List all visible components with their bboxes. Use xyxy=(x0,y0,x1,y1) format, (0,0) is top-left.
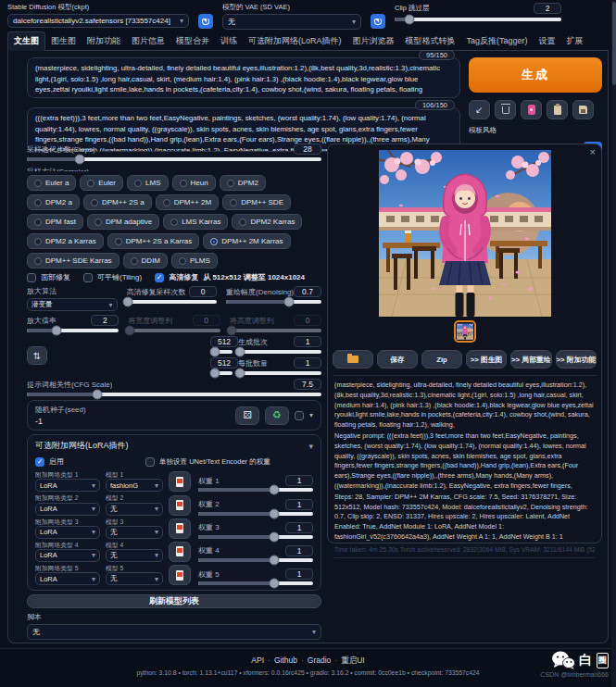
lora-weight-slider-3[interactable] xyxy=(198,535,313,539)
ckpt-dropdown[interactable]: dalceforealistictallyv2.safetensors [733… xyxy=(7,14,189,28)
lora-info-button-4[interactable] xyxy=(169,542,191,562)
height-value[interactable]: 512 xyxy=(210,357,238,368)
lora-type-dropdown-4[interactable]: LoRA▾ xyxy=(35,549,100,562)
sampler-option[interactable]: DPM2 a xyxy=(27,194,80,210)
hires-steps-slider[interactable] xyxy=(127,300,218,304)
lora-model-dropdown-3[interactable]: 无▾ xyxy=(106,526,163,539)
cfg-slider[interactable] xyxy=(27,393,321,396)
sampler-option[interactable]: Euler xyxy=(80,175,123,191)
upscale-by-value[interactable]: 2 xyxy=(91,315,119,326)
batch-count-value[interactable]: 1 xyxy=(294,336,321,347)
close-icon[interactable]: × xyxy=(590,146,596,157)
save-button[interactable]: 保存 xyxy=(377,350,418,368)
lora-type-dropdown-2[interactable]: LoRA▾ xyxy=(35,503,100,516)
send-to-img2img-button[interactable]: >> 图生图 xyxy=(466,350,507,368)
sampler-option-selected[interactable]: DPM++ 2M Karras xyxy=(203,233,290,249)
width-value[interactable]: 512 xyxy=(210,336,238,347)
generate-button[interactable]: 生成 xyxy=(469,57,602,93)
tab-extensions[interactable]: 扩展 xyxy=(561,32,589,50)
sampler-option[interactable]: DPM++ SDE xyxy=(222,194,291,210)
lora-weight-slider-5[interactable] xyxy=(198,581,313,585)
lora-model-dropdown-4[interactable]: 无▾ xyxy=(106,549,163,562)
batch-size-value[interactable]: 1 xyxy=(294,357,321,368)
lora-weight-value-3[interactable]: 1 xyxy=(285,522,313,533)
sampler-option[interactable]: DPM++ SDE Karras xyxy=(27,253,119,269)
upscaler-dropdown[interactable]: 潜变量▾ xyxy=(27,298,118,311)
ckpt-refresh-button[interactable] xyxy=(198,14,213,29)
lora-weight-value-4[interactable]: 1 xyxy=(285,545,313,556)
tiling-checkbox[interactable]: 可平铺(Tiling) xyxy=(83,272,142,282)
tab-extras[interactable]: 附加功能 xyxy=(82,32,126,50)
tab-txt2img[interactable]: 文生图 xyxy=(7,31,45,51)
sampler-option[interactable]: PLMS xyxy=(171,253,218,269)
upscale-by-slider[interactable] xyxy=(27,329,119,332)
extra-networks-button[interactable] xyxy=(521,100,542,119)
send-to-extras-button[interactable]: >> 附加功能 xyxy=(556,350,597,368)
paste-params-button[interactable]: ↙ xyxy=(469,100,490,119)
lora-info-button-2[interactable] xyxy=(169,495,191,516)
lora-weight-value-1[interactable]: 1 xyxy=(285,475,313,486)
send-to-inpaint-button[interactable]: >> 局部重绘 xyxy=(510,350,551,368)
lora-accordion-arrow[interactable]: ▾ xyxy=(308,442,313,451)
gallery-thumbnail[interactable] xyxy=(454,320,476,343)
sampler-option[interactable]: DPM++ 2S a xyxy=(83,194,152,210)
lora-info-button-3[interactable] xyxy=(169,518,191,539)
gradio-link[interactable]: Gradio xyxy=(308,656,332,665)
restore-faces-checkbox[interactable]: 面部修复 xyxy=(27,272,70,282)
sampler-option[interactable]: LMS xyxy=(127,175,168,191)
clear-prompt-button[interactable] xyxy=(495,100,516,119)
scrollbar[interactable] xyxy=(611,0,616,687)
zip-button[interactable]: Zip xyxy=(421,350,462,368)
clip-skip-slider[interactable] xyxy=(395,18,561,21)
lora-type-dropdown-5[interactable]: LoRA▾ xyxy=(35,572,100,585)
sampler-option[interactable]: DPM2 xyxy=(220,175,266,191)
extra-seed-checkbox[interactable] xyxy=(295,411,304,420)
github-link[interactable]: Github xyxy=(274,656,297,665)
refresh-models-button[interactable]: 刷新模型列表 xyxy=(27,594,321,608)
swap-dimensions-button[interactable]: ⇅ xyxy=(27,346,47,365)
width-slider[interactable] xyxy=(210,350,233,354)
lora-model-dropdown-2[interactable]: 无▾ xyxy=(106,503,163,516)
scrollbar-thumb[interactable] xyxy=(612,2,616,85)
batch-count-slider[interactable] xyxy=(238,350,321,354)
clip-skip-value[interactable]: 2 xyxy=(534,3,561,14)
lora-type-dropdown-1[interactable]: LoRA▾ xyxy=(35,479,100,492)
tab-image-browser[interactable]: 图片浏览器 xyxy=(347,32,400,50)
tab-model-converter[interactable]: 模型格式转换 xyxy=(400,32,461,50)
vae-dropdown[interactable]: 无▾ xyxy=(222,14,361,30)
lora-header[interactable]: 可选附加网络(LoRA插件) xyxy=(35,440,129,452)
sampler-option[interactable]: DDIM xyxy=(123,253,168,269)
reload-ui-link[interactable]: 重启UI xyxy=(341,656,365,665)
reuse-seed-button[interactable]: ♻ xyxy=(265,406,289,425)
lora-weight-value-5[interactable]: 1 xyxy=(285,568,313,580)
tab-img2img[interactable]: 图生图 xyxy=(45,32,82,50)
sampler-option[interactable]: Heun xyxy=(172,175,216,191)
lora-weight-value-2[interactable]: 1 xyxy=(285,499,313,510)
hires-fix-checkbox[interactable]: ✓高清修复从 512x512 调整至 1024x1024 xyxy=(155,272,305,282)
tab-settings[interactable]: 设置 xyxy=(534,32,561,50)
cfg-value[interactable]: 7.5 xyxy=(294,379,321,390)
tab-train[interactable]: 训练 xyxy=(215,32,243,50)
apply-style-button[interactable] xyxy=(547,100,568,119)
height-slider[interactable] xyxy=(210,371,233,375)
hires-steps-value[interactable]: 0 xyxy=(189,286,217,297)
vae-refresh-button[interactable] xyxy=(371,14,385,29)
lora-weight-slider-1[interactable] xyxy=(198,488,313,492)
sampler-option[interactable]: LMS Karras xyxy=(163,214,228,230)
sampler-option[interactable]: DPM++ 2M xyxy=(156,194,219,210)
tab-additional-networks[interactable]: 可选附加网络(LoRA插件) xyxy=(243,32,347,50)
sampler-option[interactable]: DPM2 a Karras xyxy=(27,233,104,249)
lora-info-button-1[interactable] xyxy=(169,471,191,492)
lora-enable-checkbox[interactable]: ✓启用 xyxy=(35,456,140,467)
steps-value[interactable]: 28 xyxy=(294,144,321,155)
steps-slider[interactable] xyxy=(27,157,321,161)
sampler-option[interactable]: DPM adaptive xyxy=(87,214,159,230)
save-style-button[interactable] xyxy=(572,100,594,119)
denoising-slider[interactable] xyxy=(226,300,321,304)
tab-tagger[interactable]: Tag反推(Tagger) xyxy=(461,32,534,50)
batch-size-slider[interactable] xyxy=(238,371,321,375)
sampler-option[interactable]: DPM fast xyxy=(27,214,83,230)
sampler-option[interactable]: DPM++ 2S a Karras xyxy=(107,233,200,249)
seed-accordion-arrow[interactable]: ▾ xyxy=(309,411,313,419)
lora-model-dropdown-5[interactable]: 无▾ xyxy=(106,572,163,585)
